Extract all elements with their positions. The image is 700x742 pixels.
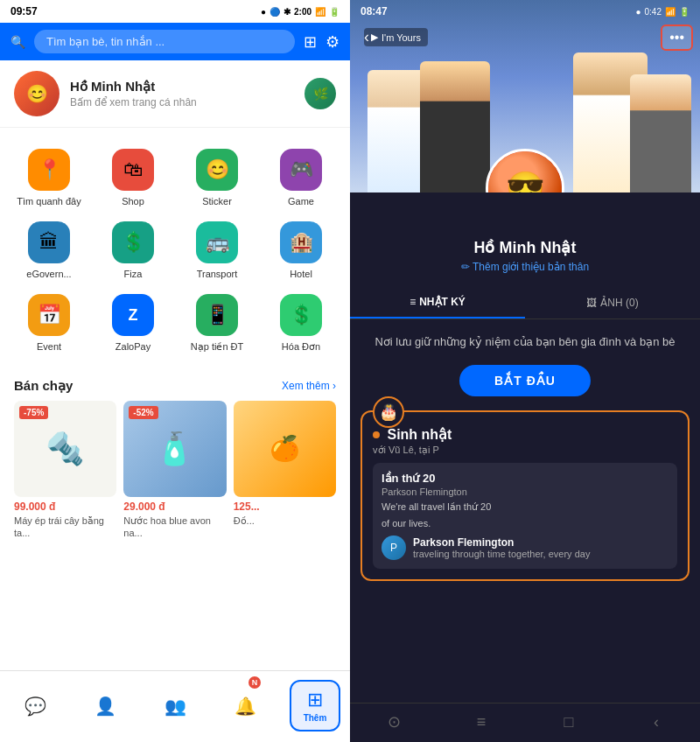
ban-chay-title: Bán chạy [14,378,73,394]
icon-hotel[interactable]: 🏨 Hotel [259,214,343,287]
icon-event[interactable]: 📅 Event [7,287,91,360]
products-row: 🔩 -75% 99.000 đ Máy ép trái cây bằng ta.… [0,401,350,540]
icon-game[interactable]: 🎮 Game [259,142,343,214]
icon-nap-tien-circle: 📱 [196,294,238,336]
icon-transport-circle: 🚌 [196,221,238,263]
icon-zalopay-circle: Z [112,294,154,336]
birthday-user-loc: traveling through time together, every d… [413,549,590,559]
icon-nap-tien-label: Nạp tiền ĐT [191,341,243,353]
ban-chay-header: Bán chạy Xem thêm › [0,368,350,401]
icons-grid: 📍 Tìm quanh đây 🛍 Shop 😊 Sticker 🎮 Game … [0,128,350,368]
profile-inner-face: 😎 [488,151,562,192]
icon-shop[interactable]: 🛍 Shop [91,142,175,214]
icon-sticker[interactable]: 😊 Sticker [175,142,259,214]
search-icon: 🔍 [10,35,25,49]
birthday-title: Sinh nhật [373,426,677,443]
product-3[interactable]: 🍊 125... Đồ... [234,401,336,540]
right-nav-menu[interactable]: ≡ [438,709,525,735]
product-3-name: Đồ... [234,514,336,527]
notification-badge: N [248,676,261,689]
right-content: Nơi lưu giữ những kỷ niệm của bạn bên gi… [350,319,700,703]
tab-anh[interactable]: 🖼 ẢNH (0) [525,287,700,318]
right-menu-icon: ≡ [477,713,486,732]
icon-egovernment-circle: 🏛 [28,221,70,263]
more-icon: ⊞ [307,689,323,711]
tab-nhat-ky[interactable]: ≡ NHẬT KÝ [350,287,525,318]
right-profile-add[interactable]: ✏ Thêm giới thiệu bản thân [364,261,686,273]
icon-hoa-don-circle: 💲 [280,294,322,336]
nav-more-highlighted: ⊞ Thêm [290,680,341,732]
messages-icon: 💬 [24,696,46,717]
birthday-user-name: Parkson Flemington [413,536,590,549]
icon-nap-tien[interactable]: 📱 Nạp tiền ĐT [175,287,259,360]
product-1-name: Máy ép trái cây bằng ta... [14,514,116,540]
icon-egovernment[interactable]: 🏛 eGovern... [7,214,91,287]
icon-game-label: Game [288,196,314,207]
birthday-card-text1: We're all travel lần thứ 20 [382,500,668,514]
search-input-wrapper[interactable]: Tìm bạn bè, tin nhắn ... [34,30,295,53]
right-tabs: ≡ NHẬT KÝ 🖼 ẢNH (0) [350,287,700,319]
qr-icon[interactable]: ⊞ [304,32,317,52]
product-1-img: 🔩 -75% [14,401,116,497]
back-button[interactable]: ‹ [357,24,376,50]
nav-messages[interactable]: 💬 [0,676,70,735]
birthday-subtitle: với Vũ Lê, tại P [373,444,677,456]
icon-game-circle: 🎮 [280,149,322,191]
icon-transport-label: Transport [197,269,238,280]
icon-egovernment-label: eGovern... [26,269,71,280]
settings-icon[interactable]: ⚙ [326,32,340,52]
icon-sticker-circle: 😊 [196,149,238,191]
memory-text: Nơi lưu giữ những kỷ niệm của bạn bên gi… [350,319,700,365]
nav-notifications[interactable]: 🔔 N [210,676,280,735]
nav-more-label: Thêm [304,713,327,723]
contacts-icon: 👤 [94,696,116,717]
icon-fiza-label: Fiza [124,269,143,280]
icon-fiza[interactable]: 💲 Fiza [91,214,175,287]
product-3-price: 125... [234,500,336,513]
song-title: I'm Yours [382,32,421,43]
icon-hotel-label: Hotel [290,269,312,280]
anh-label: ẢNH (0) [600,297,638,309]
icon-event-circle: 📅 [28,294,70,336]
avatar-left: 😊 [14,71,60,116]
profile-section[interactable]: 😊 Hồ Minh Nhật Bấm để xem trang cá nhân … [0,60,350,128]
three-dots-button[interactable]: ••• [661,24,693,51]
right-nav-home[interactable]: ⊙ [350,709,438,735]
time-right: 08:47 [360,5,388,18]
icon-fiza-circle: 💲 [112,221,154,263]
person-silhouette-2 [420,61,490,192]
profile-avatar2: 🌿 [304,78,336,109]
search-bar-icons: ⊞ ⚙ [304,32,340,52]
nav-contacts[interactable]: 👤 [70,676,140,735]
product-1[interactable]: 🔩 -75% 99.000 đ Máy ép trái cây bằng ta.… [14,401,116,540]
birthday-avatar: P [382,536,406,560]
nhat-ky-label: NHẬT KÝ [419,296,466,308]
birthday-card-text2: of our lives. [382,517,668,530]
nav-more[interactable]: ⊞ Thêm [280,676,350,735]
product-2-name: Nước hoa blue avon na... [123,514,226,540]
right-nav-square[interactable]: □ [525,709,612,735]
bat-dau-button[interactable]: BẮT ĐẦU [459,365,591,396]
right-nav-back[interactable]: ‹ [612,709,700,735]
birthday-cake-icon: 🎂 [379,402,398,422]
right-profile-info: Hồ Minh Nhật ✏ Thêm giới thiệu bản thân [350,238,700,280]
product-3-img: 🍊 [234,401,336,497]
icon-transport[interactable]: 🚌 Transport [175,214,259,287]
back-arrow-icon: ‹ [364,28,369,46]
status-icons-right: ● 0:42 📶 🔋 [635,7,690,17]
birthday-card-title: lần thứ 20 [382,472,668,485]
right-profile-name: Hồ Minh Nhật [364,238,686,257]
xem-them-link[interactable]: Xem thêm › [282,380,336,392]
product-2[interactable]: 🧴 -52% 29.000 đ Nước hoa blue avon na... [123,401,226,540]
birthday-user-row: P Parkson Flemington traveling through t… [382,536,668,560]
nav-groups[interactable]: 👥 [140,676,210,735]
search-bar[interactable]: 🔍 Tìm bạn bè, tin nhắn ... ⊞ ⚙ [0,23,350,60]
icon-tim-quanh[interactable]: 📍 Tìm quanh đây [7,142,91,214]
right-back-arrow-icon: ‹ [654,713,659,732]
right-panel: ▶ I'm Yours ‹ ••• 08:47 ● 0:42 📶 🔋 😎 H [350,0,700,742]
birthday-section: 🎂 Sinh nhật với Vũ Lê, tại P lần thứ 20 … [360,410,690,582]
icon-hoa-don[interactable]: 💲 Hóa Đơn [259,287,343,360]
icon-zalopay[interactable]: Z ZaloPay [91,287,175,360]
icon-shop-label: Shop [122,196,144,207]
product-2-img: 🧴 -52% [123,401,226,497]
